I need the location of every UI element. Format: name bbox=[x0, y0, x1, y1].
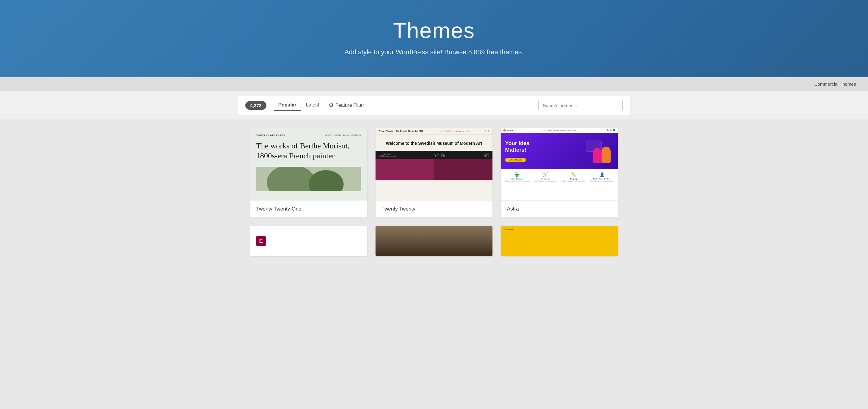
tab-latest[interactable]: Latest bbox=[301, 100, 324, 111]
blogging-text: Milique dictio acsum enda saepe aspe. bbox=[560, 180, 587, 182]
astra-hero-text: Your IdeaMatters! Make a Website bbox=[505, 140, 530, 162]
elementor-logo: E bbox=[256, 236, 266, 246]
theme-preview-photo bbox=[375, 226, 493, 256]
theme-card-elementor[interactable]: E bbox=[250, 226, 367, 256]
hero-subtitle: Add style to your WordPress site! Browse… bbox=[6, 48, 862, 56]
gear-icon: ⚙ bbox=[329, 102, 334, 109]
local-business-icon: 🏪 bbox=[503, 172, 530, 177]
ecommerce-title: eCommerce bbox=[532, 178, 559, 180]
professional-text: Milique dictio acsum enda saepe aspe. bbox=[588, 180, 615, 182]
oceanwp-logo: OceanWP bbox=[504, 228, 514, 230]
twenty-info-bar: ADDRESS 123 Storgatan, Umeå OPEN TODAY 9… bbox=[375, 151, 493, 159]
twenty-logo: Twenty Twenty The Default Theme for 2020 bbox=[378, 130, 423, 132]
preview-nav: ABOUTWORKBLOGCONTACT bbox=[324, 134, 361, 136]
search-input[interactable] bbox=[538, 100, 623, 111]
twenty-nav: Home Exhibitions About Us ▾ News bbox=[438, 130, 470, 132]
astra-hero-image bbox=[587, 139, 614, 163]
astra-feature-blogging: ✏️ Blogging Milique dictio acsum enda sa… bbox=[560, 172, 587, 182]
filter-bar: 4,272 Popular Latest ⚙ Feature Filter bbox=[0, 91, 868, 119]
theme-card-twenty[interactable]: Twenty Twenty The Default Theme for 2020… bbox=[375, 128, 493, 217]
blogging-title: Blogging bbox=[560, 178, 587, 180]
themes-grid: TWENTY TWENTY-ONE ABOUTWORKBLOGCONTACT T… bbox=[250, 128, 618, 256]
theme-card-twentyone[interactable]: TWENTY TWENTY-ONE ABOUTWORKBLOGCONTACT T… bbox=[250, 128, 367, 217]
commercial-themes-link[interactable]: Commercial Themes bbox=[814, 82, 856, 87]
astra-top-bar: ASTRA HomeAboutServicesReviewsFAQContact… bbox=[501, 128, 618, 133]
theme-card-oceanwp[interactable]: OceanWP bbox=[501, 226, 618, 256]
oceanwp-bar: OceanWP bbox=[504, 228, 615, 230]
preview-image bbox=[256, 167, 361, 191]
astra-nav: HomeAboutServicesReviewsFAQContact bbox=[542, 129, 578, 131]
commercial-bar: Commercial Themes bbox=[0, 77, 868, 91]
astra-logo: ASTRA bbox=[503, 129, 513, 132]
theme-name-twentyone: Twenty Twenty-One bbox=[250, 200, 367, 217]
theme-name-twenty: Twenty Twenty bbox=[375, 200, 493, 217]
feature-filter-label: Feature Filter bbox=[336, 103, 364, 108]
theme-name-astra: Astra bbox=[501, 200, 618, 217]
ecommerce-text: Ligue dictio acsum enda saepe aspe. bbox=[532, 180, 559, 182]
theme-preview-twenty: Twenty Twenty The Default Theme for 2020… bbox=[375, 128, 493, 200]
theme-preview-astra: ASTRA HomeAboutServicesReviewsFAQContact… bbox=[501, 128, 618, 200]
themes-section: TWENTY TWENTY-ONE ABOUTWORKBLOGCONTACT T… bbox=[238, 119, 630, 268]
local-business-text: Similique dictio acsum enda saepe aspe. bbox=[503, 180, 530, 182]
preview-hero-text: The works of Berthe Morisot, 1800s-era F… bbox=[256, 141, 361, 161]
feature-filter-button[interactable]: ⚙ Feature Filter bbox=[324, 99, 369, 111]
preview-site-title: TWENTY TWENTY-ONE bbox=[256, 134, 285, 136]
search-wrap bbox=[538, 100, 623, 111]
theme-count-badge: 4,272 bbox=[245, 101, 267, 110]
ecommerce-icon: 🛒 bbox=[532, 172, 559, 177]
twenty-icons: ≡⊕ bbox=[485, 130, 490, 133]
theme-preview-oceanwp: OceanWP bbox=[501, 226, 618, 256]
professional-icon: 👤 bbox=[588, 172, 615, 177]
astra-features: 🏪 Local Business Similique dictio acsum … bbox=[501, 169, 618, 185]
page-title: Themes bbox=[6, 18, 862, 43]
astra-feature-ecommerce: 🛒 eCommerce Ligue dictio acsum enda saep… bbox=[532, 172, 559, 182]
theme-preview-twentyone: TWENTY TWENTY-ONE ABOUTWORKBLOGCONTACT T… bbox=[250, 128, 367, 200]
theme-card-photo[interactable] bbox=[375, 226, 493, 256]
professional-title: Professional Services bbox=[588, 178, 615, 180]
hero-section: Themes Add style to your WordPress site!… bbox=[0, 0, 868, 77]
theme-card-astra[interactable]: ASTRA HomeAboutServicesReviewsFAQContact… bbox=[501, 128, 618, 217]
blogging-icon: ✏️ bbox=[560, 172, 587, 177]
local-business-title: Local Business bbox=[503, 178, 530, 180]
astra-feature-professional: 👤 Professional Services Milique dictio a… bbox=[588, 172, 615, 182]
astra-cta-button: Make a Website bbox=[505, 158, 526, 162]
twenty-headline: Welcome to the Swedish Museum of Modern … bbox=[375, 135, 493, 151]
twenty-color-blocks bbox=[375, 159, 493, 180]
tab-popular[interactable]: Popular bbox=[274, 100, 301, 111]
astra-social: 🐦in📘 bbox=[607, 129, 615, 132]
astra-hero: Your IdeaMatters! Make a Website bbox=[501, 133, 618, 169]
astra-feature-local: 🏪 Local Business Similique dictio acsum … bbox=[503, 172, 530, 182]
theme-preview-elementor: E bbox=[250, 226, 367, 256]
